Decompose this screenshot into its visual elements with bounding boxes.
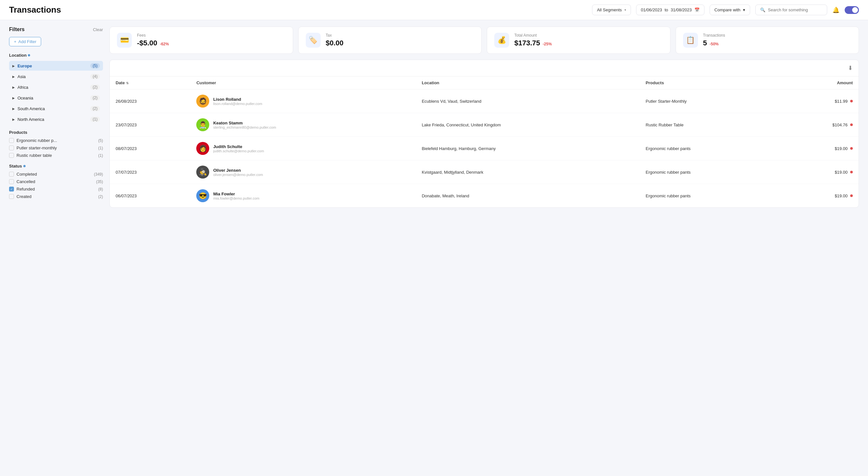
date-from: 01/06/2023	[641, 7, 662, 12]
location-cell: Donabate, Meath, Ireland	[416, 184, 640, 208]
date-separator: to	[664, 7, 668, 12]
search-bar[interactable]: 🔍	[755, 4, 827, 15]
th-date[interactable]: Date⇅	[110, 77, 190, 89]
avatar: 🧔	[196, 95, 209, 108]
product-checkbox[interactable]	[9, 138, 14, 143]
amount-value: $19.00	[835, 170, 847, 175]
compare-with-dropdown[interactable]: Compare with ▾	[710, 4, 750, 15]
amount-cell: $11.99	[780, 89, 859, 113]
table-body: 26/08/2023 🧔 Lison Rolland lison.rolland…	[110, 89, 859, 208]
date-range[interactable]: 01/06/2023 to 31/08/2023 📅	[636, 4, 705, 15]
customer-email: sterling_eichmann80@demo.putler.com	[213, 125, 276, 129]
table-row[interactable]: 23/07/2023 👨‍⚕️ Keaton Stamm sterling_ei…	[110, 113, 859, 137]
products-filter-title: Products	[9, 130, 103, 135]
filters-title: Filters	[9, 27, 25, 32]
th-customer: Customer	[190, 77, 416, 89]
product-checkbox[interactable]	[9, 153, 14, 158]
customer-email: judith.schulte@demo.putler.com	[213, 149, 264, 153]
customer-name: Lison Rolland	[213, 97, 262, 102]
location-item[interactable]: ▶ Africa (2)	[9, 82, 103, 92]
products-cell: Ergonomic rubber pants	[640, 184, 780, 208]
product-item: Rustic rubber table (1)	[9, 153, 103, 158]
card-icon: 📋	[683, 33, 698, 48]
status-filter-title: Status	[9, 163, 103, 169]
location-name: South America	[18, 106, 45, 111]
table-row[interactable]: 08/07/2023 👩 Judith Schulte judith.schul…	[110, 137, 859, 160]
products-cell: Ergonomic rubber pants	[640, 137, 780, 160]
location-name: Oceania	[18, 96, 33, 100]
chevron-right-icon: ▶	[12, 75, 15, 79]
table-toolbar: ⬇	[110, 60, 859, 77]
th-location: Location	[416, 77, 640, 89]
th-products: Products	[640, 77, 780, 89]
table-row[interactable]: 06/07/2023 😎 Mia Fowler mia.fowler@demo.…	[110, 184, 859, 208]
location-count: (4)	[90, 74, 100, 79]
card-change: -62%	[160, 42, 169, 46]
search-input[interactable]	[768, 7, 822, 12]
location-filter-title: Location	[9, 53, 103, 58]
th-amount: Amount	[780, 77, 859, 89]
status-count: (35)	[96, 180, 103, 184]
location-item[interactable]: ▶ Europe (5)	[9, 61, 103, 71]
products-cell: Rustic Rubber Table	[640, 113, 780, 137]
customer-email: lison.rolland@demo.putler.com	[213, 102, 262, 106]
customer-cell: 👨‍⚕️ Keaton Stamm sterling_eichmann80@de…	[190, 113, 416, 137]
products-filter-section: Products Ergonomic rubber p... (5) Putle…	[9, 130, 103, 158]
date-cell: 23/07/2023	[110, 113, 190, 137]
location-item[interactable]: ▶ North America (1)	[9, 114, 103, 124]
product-checkbox[interactable]	[9, 146, 14, 150]
status-checkbox[interactable]	[9, 172, 14, 177]
download-icon[interactable]: ⬇	[848, 64, 853, 71]
status-dot-icon	[850, 100, 853, 102]
product-name: Rustic rubber table	[17, 153, 52, 158]
date-cell: 26/08/2023	[110, 89, 190, 113]
customer-name: Judith Schulte	[213, 144, 264, 149]
search-icon: 🔍	[760, 7, 765, 12]
amount-cell: $19.00	[780, 160, 859, 184]
status-item: Created (2)	[9, 194, 103, 199]
table-row[interactable]: 07/07/2023 🕵️ Oliver Jensen oliver.jense…	[110, 160, 859, 184]
card-icon: 💰	[494, 33, 509, 48]
amount-value: $104.76	[832, 122, 847, 127]
product-count: (5)	[98, 138, 103, 143]
location-cell: Lake Frieda, Connecticut, United Kingdom	[416, 113, 640, 137]
status-checkbox[interactable]	[9, 194, 14, 199]
table-row[interactable]: 26/08/2023 🧔 Lison Rolland lison.rolland…	[110, 89, 859, 113]
location-item[interactable]: ▶ Asia (4)	[9, 71, 103, 81]
segment-select[interactable]: All Segments ▾	[592, 4, 631, 15]
customer-name: Keaton Stamm	[213, 121, 276, 125]
status-checkbox[interactable]: ✓	[9, 187, 14, 191]
plus-icon: +	[14, 39, 17, 44]
card-label: Tax	[326, 33, 344, 37]
status-dot-icon	[850, 123, 853, 126]
location-item[interactable]: ▶ Oceania (2)	[9, 93, 103, 103]
card-value: -$5.00 -62%	[137, 39, 169, 47]
location-count: (2)	[90, 106, 100, 111]
dark-mode-toggle[interactable]	[845, 6, 859, 14]
chevron-right-icon: ▶	[12, 96, 15, 100]
clear-button[interactable]: Clear	[93, 27, 103, 32]
products-list: Ergonomic rubber p... (5) Putler starter…	[9, 138, 103, 158]
notification-bell-icon[interactable]: 🔔	[832, 6, 839, 13]
avatar: 👨‍⚕️	[196, 118, 209, 131]
customer-cell: 😎 Mia Fowler mia.fowler@demo.putler.com	[190, 184, 416, 208]
status-list: Completed (349) Cancelled (35) ✓ Refunde…	[9, 172, 103, 199]
location-item[interactable]: ▶ South America (2)	[9, 104, 103, 113]
location-count: (1)	[90, 117, 100, 122]
product-name: Ergonomic rubber p...	[17, 138, 57, 143]
status-name: Refunded	[17, 187, 35, 191]
summary-card: 🏷️ Tax $0.00	[298, 27, 482, 54]
status-checkbox[interactable]	[9, 179, 14, 184]
products-cell: Putler Starter-Monthly	[640, 89, 780, 113]
customer-name: Oliver Jensen	[213, 168, 263, 173]
content-area: 💳 Fees -$5.00 -62% 🏷️ Tax $0.00 💰 Total	[110, 27, 859, 470]
page-title: Transactions	[9, 5, 61, 15]
add-filter-button[interactable]: + Add Filter	[9, 37, 41, 46]
card-change: -25%	[543, 42, 552, 46]
status-dot-icon	[850, 171, 853, 173]
add-filter-label: Add Filter	[19, 39, 37, 44]
transactions-table-area: ⬇ Date⇅CustomerLocationProductsAmount 26…	[110, 60, 859, 208]
customer-email: mia.fowler@demo.putler.com	[213, 196, 259, 200]
card-icon: 💳	[117, 33, 132, 48]
product-item: Ergonomic rubber p... (5)	[9, 138, 103, 143]
